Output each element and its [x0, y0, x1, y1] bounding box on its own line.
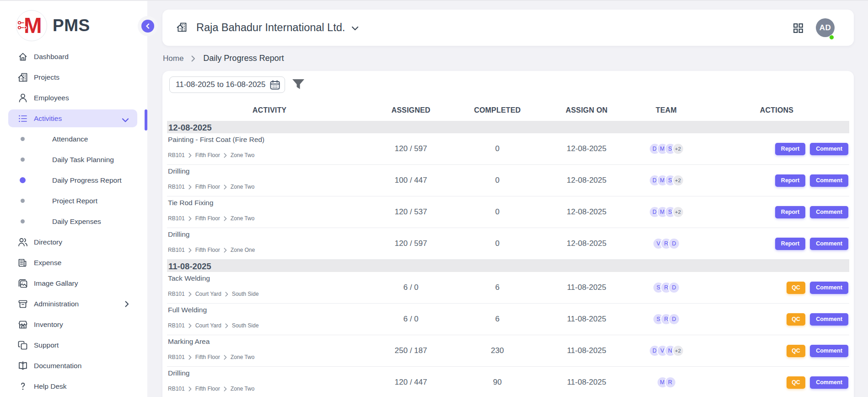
svg-text:M: M: [24, 13, 42, 38]
